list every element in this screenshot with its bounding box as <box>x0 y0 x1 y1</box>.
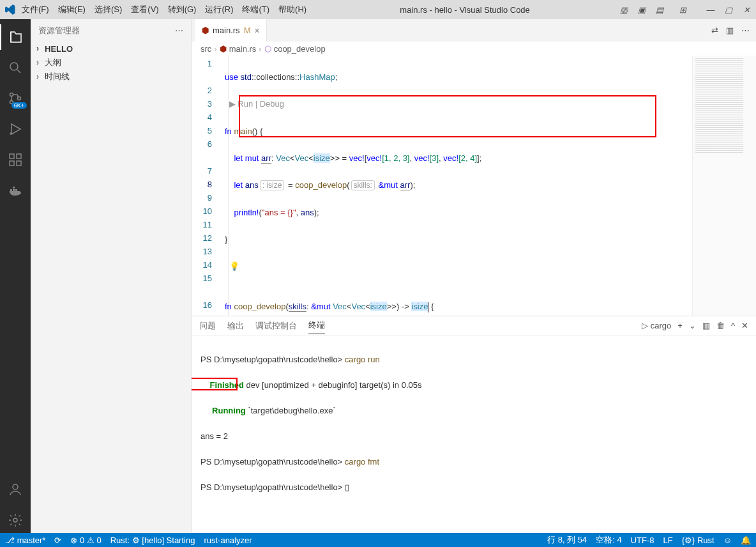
status-lang[interactable]: {⚙} Rust <box>682 535 714 545</box>
more-icon[interactable]: ⋯ <box>175 26 183 35</box>
layout-custom-icon[interactable]: ⊞ <box>678 5 687 14</box>
settings-icon[interactable] <box>0 507 31 533</box>
close-icon[interactable]: ✕ <box>742 5 751 14</box>
status-branch[interactable]: ⎇ master* <box>5 535 45 545</box>
svg-rect-8 <box>17 154 21 158</box>
svg-rect-10 <box>13 189 15 191</box>
search-icon[interactable] <box>0 55 31 81</box>
menu-bar: 文件(F) 编辑(E) 选择(S) 查看(V) 转到(G) 运行(R) 终端(T… <box>18 3 310 17</box>
svg-rect-5 <box>10 154 14 158</box>
status-cursor-pos[interactable]: 行 8, 列 54 <box>547 534 587 546</box>
menu-run[interactable]: 运行(R) <box>201 3 237 17</box>
sidebar-title: 资源管理器 ⋯ <box>31 19 191 42</box>
code-editor[interactable]: 1 23456 789101112131415 1617 use std::co… <box>192 56 756 316</box>
status-bar: ⎇ master* ⟳ ⊗ 0 ⚠ 0 Rust: ⚙ [hello] Star… <box>0 533 756 547</box>
svg-point-3 <box>18 97 21 100</box>
minimap[interactable] <box>692 56 756 316</box>
new-terminal-icon[interactable]: + <box>677 321 683 330</box>
line-numbers: 1 23456 789101112131415 1617 <box>192 56 221 316</box>
status-sync[interactable]: ⟳ <box>54 535 61 545</box>
chevron-down-icon[interactable]: ⌄ <box>689 321 696 330</box>
tab-main-rs[interactable]: ⬢ main.rs M × <box>195 19 267 42</box>
svg-point-4 <box>10 133 11 134</box>
svg-point-0 <box>10 63 18 70</box>
close-panel-icon[interactable]: ✕ <box>741 321 748 330</box>
run-debug-icon[interactable] <box>0 116 31 142</box>
tab-label: main.rs <box>213 26 240 35</box>
status-rust[interactable]: Rust: ⚙ [hello] Starting <box>110 535 195 545</box>
source-control-icon[interactable]: 6K+ <box>0 86 31 111</box>
chevron-up-icon[interactable]: ^ <box>731 321 735 330</box>
window-title: main.rs - hello - Visual Studio Code <box>313 5 617 15</box>
menu-view[interactable]: 查看(V) <box>127 3 162 17</box>
bottom-panel: 问题 输出 调试控制台 终端 ▷ cargo + ⌄ ▥ 🗑 ^ ✕ PS D:… <box>192 316 756 533</box>
panel-tab-output[interactable]: 输出 <box>227 318 244 334</box>
svg-point-1 <box>10 93 13 96</box>
rust-file-icon: ⬢ <box>220 44 227 54</box>
window-controls: ▥ ▣ ▤ ⊞ — ▢ ✕ <box>619 5 751 14</box>
menu-go[interactable]: 转到(G) <box>164 3 200 17</box>
more-icon[interactable]: ⋯ <box>741 26 750 35</box>
tab-close-icon[interactable]: × <box>254 26 259 36</box>
menu-selection[interactable]: 选择(S) <box>91 3 126 17</box>
trash-icon[interactable]: 🗑 <box>716 321 725 330</box>
sidebar: 资源管理器 ⋯ ›HELLO ›大纲 ›时间线 <box>31 19 192 533</box>
svg-rect-11 <box>15 189 17 191</box>
scm-badge: 6K+ <box>11 102 27 109</box>
status-rust-analyzer[interactable]: rust-analyzer <box>204 535 252 545</box>
status-errors[interactable]: ⊗ 0 ⚠ 0 <box>70 535 101 545</box>
sidebar-section-hello[interactable]: ›HELLO <box>31 42 191 56</box>
menu-edit[interactable]: 编辑(E) <box>54 3 89 17</box>
layout-bottom-icon[interactable]: ▣ <box>637 5 646 14</box>
lightbulb-icon[interactable]: 💡 <box>229 261 239 271</box>
layout-left-icon[interactable]: ▥ <box>619 5 628 14</box>
minimize-icon[interactable]: — <box>706 5 715 14</box>
activity-bar: 6K+ <box>0 19 31 533</box>
svg-point-13 <box>13 484 18 489</box>
editor-tabs: ⬢ main.rs M × ⇄ ▥ ⋯ <box>192 19 756 42</box>
tab-modified: M <box>244 26 251 35</box>
docker-icon[interactable] <box>0 178 31 203</box>
svg-rect-6 <box>10 161 14 166</box>
menu-terminal[interactable]: 终端(T) <box>238 3 273 17</box>
breadcrumb[interactable]: src› ⬢ main.rs› ⬡ coop_develop <box>192 42 756 56</box>
menu-file[interactable]: 文件(F) <box>18 3 53 17</box>
symbol-icon: ⬡ <box>264 44 271 54</box>
split-icon[interactable]: ▥ <box>726 26 734 35</box>
split-terminal-icon[interactable]: ▥ <box>702 321 710 330</box>
panel-tab-problems[interactable]: 问题 <box>199 318 216 334</box>
status-indent[interactable]: 空格: 4 <box>596 534 621 546</box>
vscode-logo-icon <box>5 4 15 15</box>
layout-right-icon[interactable]: ▤ <box>655 5 664 14</box>
account-icon[interactable] <box>0 477 31 502</box>
svg-rect-7 <box>17 161 21 166</box>
status-encoding[interactable]: UTF-8 <box>631 535 654 545</box>
code-content[interactable]: use std::collections::HashMap; ▶ Run | D… <box>221 56 692 316</box>
maximize-icon[interactable]: ▢ <box>724 5 733 14</box>
titlebar: 文件(F) 编辑(E) 选择(S) 查看(V) 转到(G) 运行(R) 终端(T… <box>0 0 756 19</box>
status-feedback-icon[interactable]: ☺ <box>723 535 732 545</box>
svg-rect-12 <box>13 187 15 189</box>
panel-tab-debug[interactable]: 调试控制台 <box>255 318 297 334</box>
compare-icon[interactable]: ⇄ <box>711 26 718 35</box>
rust-file-icon: ⬢ <box>202 26 209 35</box>
codelens[interactable]: ▶ Run | Debug <box>225 97 692 111</box>
terminal-profile[interactable]: ▷ cargo <box>642 321 671 330</box>
terminal[interactable]: PS D:\mysetup\gopath\rustcode\hello> car… <box>192 335 756 533</box>
menu-help[interactable]: 帮助(H) <box>275 3 310 17</box>
svg-point-14 <box>13 518 17 522</box>
status-eol[interactable]: LF <box>663 535 673 545</box>
extensions-icon[interactable] <box>0 147 31 173</box>
status-bell-icon[interactable]: 🔔 <box>741 535 751 545</box>
sidebar-section-outline[interactable]: ›大纲 <box>31 56 191 70</box>
explorer-icon[interactable] <box>0 24 31 50</box>
panel-tab-terminal[interactable]: 终端 <box>308 317 325 334</box>
sidebar-section-timeline[interactable]: ›时间线 <box>31 70 191 84</box>
svg-rect-9 <box>10 189 12 191</box>
